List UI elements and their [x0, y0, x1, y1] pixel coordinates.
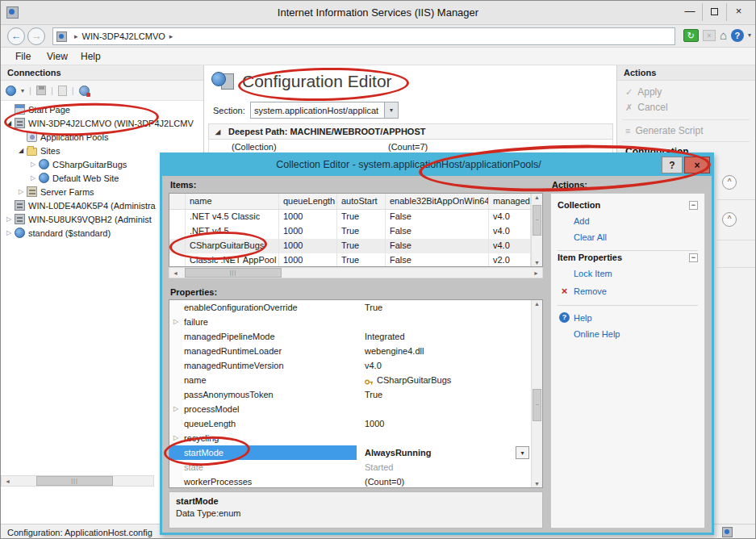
table-cell: False [386, 253, 489, 267]
expander-spacer [169, 300, 182, 315]
section-dropdown[interactable]: system.applicationHost/applicat ▾ [250, 102, 399, 119]
collapse-arrow-icon[interactable]: ◢ [215, 128, 220, 136]
items-horizontal-scrollbar[interactable]: ◄ ||| ► [169, 267, 543, 278]
section-label: Section: [213, 106, 245, 115]
deepest-path-row[interactable]: ◢ Deepest Path: MACHINE/WEBROOT/APPHOST [208, 123, 613, 140]
scroll-left-icon[interactable]: ◄ [169, 270, 182, 276]
expand-arrow-icon[interactable]: ▷ [169, 315, 182, 329]
property-row-managedRuntimeVersion[interactable]: managedRuntimeVersionv4.0 [169, 358, 542, 373]
up-icon[interactable] [58, 86, 67, 96]
combo-dropdown-button[interactable]: ▾ [516, 446, 529, 459]
minimize-button[interactable]: — [678, 3, 702, 21]
scroll-up-icon[interactable]: ▲ [532, 301, 542, 307]
help-icon[interactable]: ? [731, 29, 744, 42]
help-label: Help [574, 313, 592, 323]
property-row-enableConfigurationOverride[interactable]: enableConfigurationOverrideTrue [169, 300, 542, 315]
scrollbar-thumb[interactable]: ||| [36, 476, 113, 486]
help-dropdown-icon[interactable]: ▾ [748, 31, 751, 39]
property-value: Started [357, 460, 542, 474]
collapse-group-icon[interactable]: − [689, 201, 698, 210]
table-cell: 1000 [279, 239, 337, 253]
collapse-chevron-button[interactable]: ^ [722, 175, 737, 190]
save-connections-icon[interactable] [36, 86, 46, 95]
expand-arrow-icon[interactable]: ▷ [16, 188, 26, 195]
breadcrumb-server[interactable]: WIN-3DP4J2LCMVO [82, 31, 165, 41]
online-help-link[interactable]: Online Help [574, 329, 698, 339]
menu-file[interactable]: File [15, 51, 31, 62]
property-row-failure[interactable]: ▷failure [169, 315, 542, 329]
maximize-icon [711, 8, 718, 15]
scroll-down-icon[interactable]: ▼ [532, 481, 542, 487]
expander-spacer [169, 373, 182, 387]
generate-script-button[interactable]: ≡ Generate Script [625, 125, 703, 136]
expand-arrow-icon[interactable]: ▷ [4, 229, 14, 236]
property-row-managedPipelineMode[interactable]: managedPipelineModeIntegrated [169, 329, 542, 344]
scrollbar-thumb[interactable]: − [533, 205, 541, 236]
scroll-left-icon[interactable]: ◄ [2, 478, 14, 484]
menu-view[interactable]: View [47, 51, 68, 62]
column-header-name[interactable]: name [186, 194, 279, 209]
property-row-processModel[interactable]: ▷processModel [169, 402, 542, 416]
column-header-managed[interactable]: managed [489, 194, 531, 209]
scroll-up-icon[interactable]: ▲ [532, 194, 542, 200]
breadcrumb[interactable]: ▸ WIN-3DP4J2LCMVO ▸ [52, 27, 675, 45]
expand-arrow-icon[interactable]: ▷ [28, 174, 38, 182]
site-globe-icon [15, 228, 25, 238]
property-value [357, 315, 542, 329]
property-row-passAnonymousToken[interactable]: passAnonymousTokenTrue [169, 387, 542, 402]
table-cell: True [337, 224, 386, 239]
close-button[interactable]: × [726, 3, 750, 21]
scrollbar-thumb[interactable]: ||| [185, 268, 282, 278]
table-cell: v2.0 [489, 253, 531, 267]
row-selector[interactable] [169, 210, 186, 224]
row-selector-header [169, 194, 186, 209]
table-cell: v4.0 [489, 210, 531, 224]
expand-arrow-icon[interactable]: ▷ [4, 215, 14, 223]
clear-all-link[interactable]: Clear All [574, 232, 698, 242]
apply-icon: ✓ [625, 87, 633, 98]
collapse-arrow-icon[interactable]: ◢ [16, 147, 26, 154]
create-connection-icon[interactable] [6, 86, 16, 96]
column-header-enable32BitAppOnWin64[interactable]: enable32BitAppOnWin64 [386, 194, 489, 209]
back-button[interactable]: ← [7, 27, 25, 45]
column-header-queueLength[interactable]: queueLength [279, 194, 337, 209]
actions-header: Actions [617, 65, 756, 81]
help-link[interactable]: ? Help [559, 312, 698, 323]
toolbar-separator: | [72, 86, 74, 95]
expander-spacer [169, 387, 182, 402]
connections-horizontal-scrollbar[interactable]: ◄ ||| [1, 475, 154, 487]
collapse-chevron-button[interactable]: ^ [722, 212, 737, 227]
refresh-icon[interactable]: ↻ [683, 29, 699, 42]
remove-link[interactable]: ×Remove [559, 285, 698, 297]
section-value: system.applicationHost/applicat [251, 106, 384, 115]
property-row-workerProcesses[interactable]: workerProcesses(Count=0) [169, 474, 542, 488]
delete-connection-icon[interactable] [79, 86, 90, 96]
chevron-down-icon[interactable]: ▾ [384, 102, 398, 118]
expand-arrow-icon[interactable]: ▷ [28, 161, 38, 168]
scroll-right-icon[interactable]: ► [530, 270, 542, 276]
expander-spacer [169, 329, 182, 344]
add-link[interactable]: Add [574, 216, 698, 226]
stop-icon[interactable]: × [703, 30, 716, 41]
lock-item-link[interactable]: Lock Item [574, 269, 698, 278]
separator [558, 305, 698, 306]
property-row-name[interactable]: nameCSharpGuitarBugs [169, 373, 542, 387]
deepest-path-label: Deepest Path: MACHINE/WEBROOT/APPHOST [228, 127, 425, 136]
property-row-managedRuntimeLoader[interactable]: managedRuntimeLoaderwebengine4.dll [169, 344, 542, 358]
items-vertical-scrollbar[interactable]: ▲ − ▼ [531, 194, 542, 266]
maximize-button[interactable] [702, 3, 726, 21]
forward-button[interactable]: → [27, 27, 45, 45]
cancel-button[interactable]: ✗ Cancel [625, 102, 668, 113]
scrollbar-thumb[interactable]: − [533, 389, 541, 421]
scroll-down-icon[interactable]: ▼ [532, 260, 542, 265]
apply-button[interactable]: ✓ Apply [625, 86, 662, 98]
properties-vertical-scrollbar[interactable]: ▲ − ▼ [531, 300, 542, 487]
expand-arrow-icon[interactable]: ▷ [169, 402, 182, 416]
table-row[interactable]: .NET v4.5 Classic1000TrueFalsev4.0 [169, 210, 542, 224]
column-header-autoStart[interactable]: autoStart [337, 194, 386, 209]
connection-dropdown-icon[interactable]: ▾ [21, 87, 24, 94]
menu-help[interactable]: Help [81, 51, 101, 62]
home-icon[interactable]: ⌂ [720, 28, 727, 42]
collapse-group-icon[interactable]: − [689, 253, 698, 262]
property-row-queueLength[interactable]: queueLength1000 [169, 416, 542, 431]
